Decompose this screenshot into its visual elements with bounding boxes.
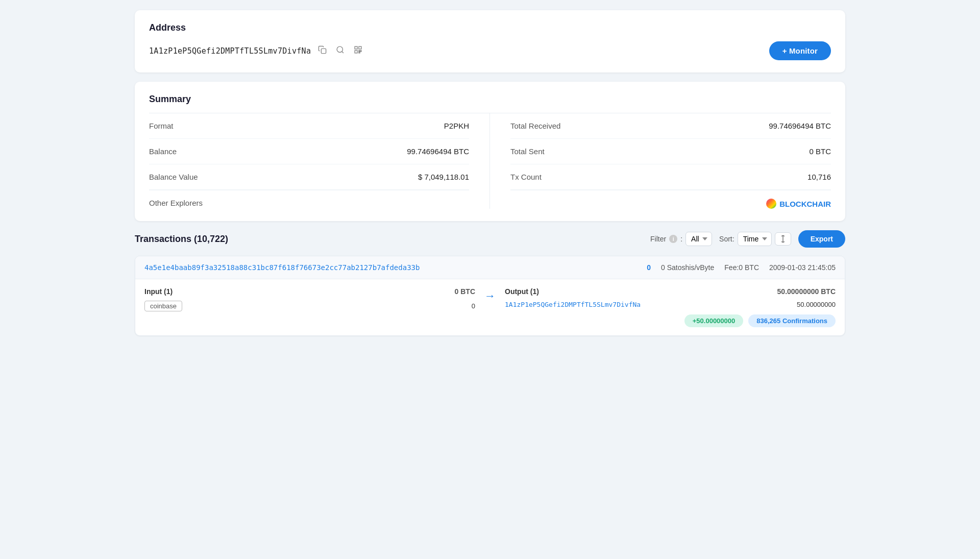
output-header: Output (1) 50.00000000 BTC xyxy=(505,287,836,296)
svg-rect-7 xyxy=(359,52,360,53)
total-sent-label: Total Sent xyxy=(510,147,545,156)
summary-total-sent-row: Total Sent 0 BTC xyxy=(510,139,831,164)
other-explorers-label: Other Explorers xyxy=(149,199,203,207)
output-row: 1A1zP1eP5QGefi2DMPTfTL5SLmv7DivfNa 50.00… xyxy=(505,301,836,308)
transactions-title: Transactions (10,722) xyxy=(135,234,228,245)
sort-select[interactable]: Time xyxy=(738,232,772,246)
blockchair-icon xyxy=(766,199,776,209)
sort-order-button[interactable] xyxy=(775,232,791,246)
filter-label: Filter xyxy=(650,235,666,243)
summary-card: Summary Format P2PKH Balance 99.74696494… xyxy=(135,82,845,221)
total-received-label: Total Received xyxy=(510,121,560,130)
svg-rect-3 xyxy=(359,46,361,49)
svg-rect-5 xyxy=(359,50,359,51)
transaction-card: 4a5e1e4baab89f3a32518a88c31bc87f618f7667… xyxy=(135,256,845,336)
blockchair-label: BLOCKCHAIR xyxy=(779,200,831,208)
coinbase-row: coinbase 0 xyxy=(144,301,475,311)
tx-header-row: 4a5e1e4baab89f3a32518a88c31bc87f618f7667… xyxy=(135,256,845,279)
transactions-header: Transactions (10,722) Filter i : All Sor… xyxy=(135,230,845,248)
svg-rect-0 xyxy=(322,48,326,53)
tx-arrow-col: → xyxy=(475,287,505,303)
address-row: 1A1zP1eP5QGefi2DMPTfTL5SLmv7DivfNa + Mon… xyxy=(149,41,831,60)
summary-total-received-row: Total Received 99.74696494 BTC xyxy=(510,113,831,139)
summary-tx-count-row: Tx Count 10,716 xyxy=(510,164,831,190)
tx-body: Input (1) 0 BTC coinbase 0 → xyxy=(135,279,845,335)
output-value: 50.00000000 xyxy=(797,301,836,308)
format-value: P2PKH xyxy=(444,121,469,130)
output-amount: 50.00000000 BTC xyxy=(777,287,836,296)
address-section-title: Address xyxy=(149,22,831,33)
filter-group: Filter i : All xyxy=(650,232,712,246)
export-button[interactable]: Export xyxy=(798,230,845,248)
output-address[interactable]: 1A1zP1eP5QGefi2DMPTfTL5SLmv7DivfNa xyxy=(505,301,641,308)
address-left: 1A1zP1eP5QGefi2DMPTfTL5SLmv7DivfNa xyxy=(149,44,364,58)
tx-badges-row: +50.00000000 836,265 Confirmations xyxy=(505,314,836,327)
filter-info-icon[interactable]: i xyxy=(669,235,677,243)
received-badge: +50.00000000 xyxy=(684,314,744,327)
tx-count-label: Tx Count xyxy=(510,173,542,181)
summary-section-title: Summary xyxy=(149,94,831,105)
summary-balance-row: Balance 99.74696494 BTC xyxy=(149,139,469,164)
confirmations-badge: 836,265 Confirmations xyxy=(748,314,836,327)
sort-label: Sort: xyxy=(719,235,734,243)
qr-code-button[interactable] xyxy=(352,44,364,58)
address-card: Address 1A1zP1eP5QGefi2DMPTfTL5SLmv7Divf… xyxy=(135,10,845,72)
tx-hash[interactable]: 4a5e1e4baab89f3a32518a88c31bc87f618f7667… xyxy=(144,263,636,272)
summary-format-row: Format P2PKH xyxy=(149,113,469,139)
tx-input-col: Input (1) 0 BTC coinbase 0 xyxy=(144,287,475,311)
tx-count-value: 10,716 xyxy=(807,173,831,181)
other-explorers-row: Other Explorers xyxy=(149,190,469,207)
svg-point-1 xyxy=(337,46,342,52)
address-value: 1A1zP1eP5QGefi2DMPTfTL5SLmv7DivfNa xyxy=(149,46,311,56)
balance-value-usd: $ 7,049,118.01 xyxy=(418,173,469,181)
tx-fee: Fee:0 BTC xyxy=(724,263,759,272)
sort-group: Sort: Time xyxy=(719,232,791,246)
tx-controls: Filter i : All Sort: Time xyxy=(650,230,845,248)
svg-rect-4 xyxy=(355,50,357,53)
total-sent-value: 0 BTC xyxy=(809,147,831,156)
output-header-label: Output (1) xyxy=(505,287,539,296)
svg-rect-2 xyxy=(355,46,357,49)
total-received-value: 99.74696494 BTC xyxy=(769,121,831,130)
tx-fee-rate: 0 Satoshis/vByte xyxy=(661,263,714,272)
monitor-button[interactable]: + Monitor xyxy=(769,41,831,60)
blockchair-row: BLOCKCHAIR xyxy=(510,190,831,209)
tx-output-col: Output (1) 50.00000000 BTC 1A1zP1eP5QGef… xyxy=(505,287,836,327)
tx-time: 2009-01-03 21:45:05 xyxy=(769,263,836,272)
blockchair-link[interactable]: BLOCKCHAIR xyxy=(766,199,831,209)
tx-confirmations-count: 0 xyxy=(647,263,651,272)
filter-select[interactable]: All xyxy=(685,232,712,246)
balance-value: 99.74696494 BTC xyxy=(407,147,469,156)
input-amount: 0 BTC xyxy=(455,287,475,296)
summary-grid: Format P2PKH Balance 99.74696494 BTC Bal… xyxy=(149,113,831,209)
summary-right-col: Total Received 99.74696494 BTC Total Sen… xyxy=(490,113,831,209)
transactions-section: Transactions (10,722) Filter i : All Sor… xyxy=(135,230,845,336)
filter-colon: : xyxy=(680,235,682,243)
summary-balance-value-row: Balance Value $ 7,049,118.01 xyxy=(149,164,469,190)
input-header: Input (1) 0 BTC xyxy=(144,287,475,296)
balance-value-label: Balance Value xyxy=(149,173,198,181)
tx-io-row: Input (1) 0 BTC coinbase 0 → xyxy=(144,287,836,327)
copy-button[interactable] xyxy=(316,44,329,58)
search-address-button[interactable] xyxy=(334,44,347,58)
balance-label: Balance xyxy=(149,147,177,156)
input-header-label: Input (1) xyxy=(144,287,173,296)
svg-rect-6 xyxy=(360,50,361,51)
coinbase-tag: coinbase xyxy=(144,301,182,311)
input-zero-value: 0 xyxy=(472,302,475,310)
arrow-icon: → xyxy=(484,289,496,303)
format-label: Format xyxy=(149,121,174,130)
summary-left-col: Format P2PKH Balance 99.74696494 BTC Bal… xyxy=(149,113,490,209)
